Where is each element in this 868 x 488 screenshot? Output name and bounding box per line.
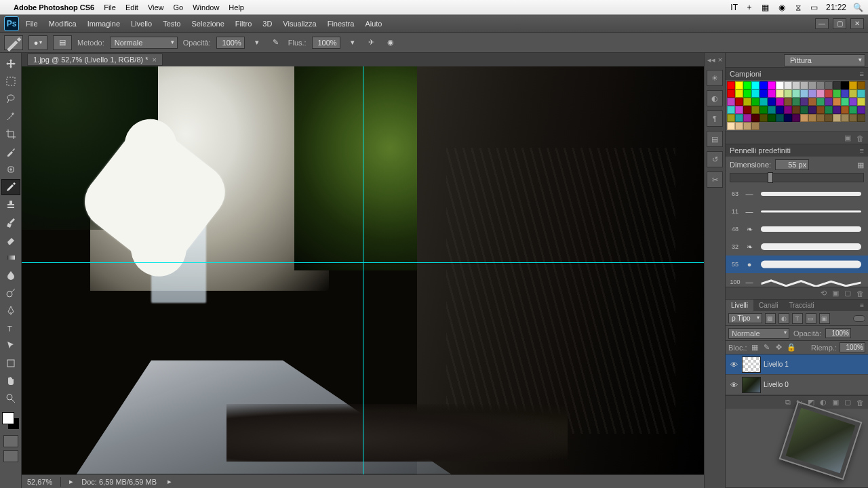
swatch[interactable] [784, 106, 792, 114]
swatch[interactable] [768, 98, 776, 106]
document-tab[interactable]: 1.jpg @ 52,7% (Livello 1, RGB/8) * × [27, 54, 163, 66]
ps-menu-aiuto[interactable]: Aiuto [365, 20, 382, 28]
swatch[interactable] [760, 98, 768, 106]
swatch-delete-icon[interactable]: 🗑 [856, 134, 864, 142]
marquee-tool[interactable] [1, 73, 20, 89]
spotlight-icon[interactable]: 🔍 [853, 3, 863, 12]
move-tool[interactable] [1, 56, 20, 72]
swatch[interactable] [833, 89, 841, 98]
swatch[interactable] [743, 81, 751, 89]
filter-shape-icon[interactable]: ▭ [806, 313, 816, 324]
layer-blend-dropdown[interactable]: Normale [728, 328, 789, 339]
mac-input-lang[interactable]: IT [730, 3, 738, 12]
swatch[interactable] [727, 98, 735, 106]
swatch[interactable] [751, 106, 760, 114]
layer-mask-icon[interactable]: ◩ [808, 398, 814, 407]
wand-tool[interactable] [1, 108, 20, 125]
swatch[interactable] [743, 89, 751, 98]
swatches-grid[interactable] [726, 80, 868, 131]
swatch[interactable] [735, 81, 743, 89]
swatch[interactable] [825, 98, 833, 106]
ps-menu-modifica[interactable]: Modifica [49, 20, 77, 28]
mac-menu-file[interactable]: File [104, 3, 116, 12]
swatch[interactable] [816, 81, 825, 89]
shape-tool[interactable] [1, 355, 20, 371]
opacity-dropdown-icon[interactable]: ▾ [250, 36, 264, 49]
mac-clock[interactable]: 21:22 [826, 3, 846, 12]
lock-move-icon[interactable]: ✥ [774, 343, 784, 352]
swatch[interactable] [825, 89, 833, 98]
tab-tracciati[interactable]: Tracciati [783, 300, 819, 311]
filter-smart-icon[interactable]: ▣ [819, 313, 830, 324]
layer-fx-icon[interactable]: fx [796, 399, 802, 407]
brush-delete-icon[interactable]: 🗑 [856, 289, 864, 298]
hand-tool[interactable] [1, 373, 20, 389]
brush-presets-menu-icon[interactable]: ≡ [860, 146, 864, 155]
pressure-size-icon[interactable]: ◉ [384, 36, 397, 49]
swatch[interactable] [727, 122, 735, 130]
layers-menu-icon[interactable]: ≡ [856, 300, 868, 311]
brush-settings-icon[interactable]: ▦ [857, 161, 864, 169]
brush-preset-row[interactable]: 100— [726, 273, 868, 287]
layer-group-icon[interactable]: ▣ [832, 398, 839, 407]
lock-all-icon[interactable]: 🔒 [787, 343, 796, 352]
mac-menu-go[interactable]: Go [174, 3, 184, 12]
type-tool[interactable]: T [1, 320, 20, 336]
wifi-icon[interactable]: ⧖ [793, 3, 803, 12]
layer-thumbnail[interactable] [742, 377, 761, 393]
fg-bg-color[interactable] [2, 412, 20, 430]
swatch[interactable] [833, 106, 841, 114]
canvas[interactable]: 52,67% ▸ Doc: 6,59 MB/6,59 MB ▸ [22, 66, 704, 488]
pressure-opacity-icon[interactable]: ✎ [269, 36, 283, 49]
swatch[interactable] [825, 106, 833, 114]
dock-history-icon[interactable]: ↺ [707, 151, 723, 167]
layer-row[interactable]: 👁Livello 0 [726, 375, 868, 395]
swatch[interactable] [792, 106, 800, 114]
filter-type-icon[interactable]: T [792, 313, 803, 324]
lock-transparent-icon[interactable]: ▦ [750, 343, 760, 352]
layer-name-label[interactable]: Livello 0 [764, 381, 789, 388]
swatch[interactable] [833, 114, 841, 122]
opacity-input[interactable]: 100% [216, 37, 245, 49]
swatch[interactable] [808, 89, 816, 98]
swatch[interactable] [751, 89, 760, 98]
dock-character-icon[interactable]: ¶ [707, 110, 723, 127]
swatch[interactable] [792, 98, 800, 106]
layer-fill-input[interactable] [840, 342, 865, 352]
heal-tool[interactable] [1, 161, 20, 178]
screenmode-toggle[interactable] [3, 450, 18, 462]
filter-adjust-icon[interactable]: ◐ [778, 313, 789, 324]
swatches-menu-icon[interactable]: ≡ [860, 70, 864, 78]
swatch[interactable] [760, 81, 768, 89]
swatch[interactable] [792, 81, 800, 89]
layer-opacity-input[interactable] [825, 328, 851, 338]
swatch[interactable] [776, 81, 784, 89]
swatch[interactable] [743, 114, 751, 122]
quickmask-toggle[interactable] [3, 435, 18, 447]
window-minimize-button[interactable]: — [815, 18, 829, 29]
swatch[interactable] [768, 81, 776, 89]
ps-menu-visualizza[interactable]: Visualizza [283, 20, 316, 28]
blur-tool[interactable] [1, 267, 20, 283]
swatch[interactable] [743, 106, 751, 114]
swatch[interactable] [776, 98, 784, 106]
swatch[interactable] [808, 114, 816, 122]
swatch[interactable] [743, 98, 751, 106]
guide-vertical[interactable] [363, 66, 363, 474]
swatch[interactable] [776, 114, 784, 122]
layer-visibility-icon[interactable]: 👁 [728, 359, 739, 370]
window-close-button[interactable]: ✕ [850, 18, 864, 29]
swatch[interactable] [800, 98, 808, 106]
pen-tool[interactable] [1, 302, 20, 319]
battery-icon[interactable]: ▭ [810, 3, 819, 12]
swatch[interactable] [808, 98, 816, 106]
stamp-tool[interactable] [1, 197, 20, 213]
brush-preset-row[interactable]: 11— [726, 203, 868, 220]
swatch[interactable] [816, 98, 825, 106]
flow-dropdown-icon[interactable]: ▾ [346, 36, 359, 49]
layer-filter-kind[interactable]: ρ Tipo [728, 313, 762, 323]
swatch[interactable] [849, 81, 857, 89]
dock-brightness-icon[interactable]: ☀ [707, 70, 723, 86]
grid-icon[interactable]: ▦ [761, 3, 770, 12]
globe-icon[interactable]: ◉ [777, 3, 787, 12]
